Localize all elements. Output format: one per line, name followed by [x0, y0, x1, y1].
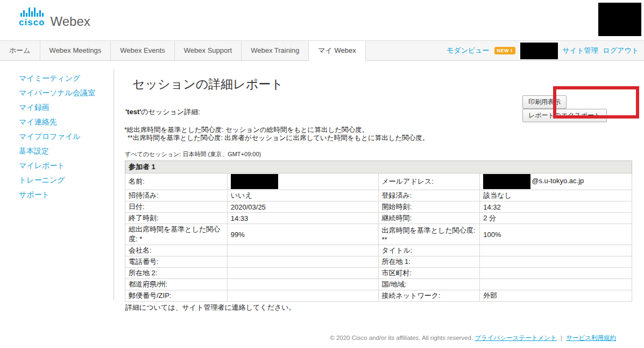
nav-tab-webex-support[interactable]: Webex Support	[175, 41, 242, 60]
sidebar-divider	[114, 69, 114, 300]
label-cell: 登録済み:	[378, 190, 480, 201]
redacted-username	[520, 43, 558, 59]
nav-right: モダンビュー NEW ! サイト管理 ログアウト	[447, 41, 639, 60]
webex-page: cisco Webex ホームWebex MeetingsWebex Event…	[0, 0, 644, 348]
contact-admin-note: 詳細については、サイト管理者に連絡してください。	[125, 303, 296, 312]
redacted-user-area	[598, 3, 641, 36]
page-header: cisco Webex	[0, 0, 644, 40]
cisco-logo: cisco	[19, 7, 45, 27]
label-cell: 出席時間を基準とした関心度: **	[378, 224, 480, 245]
logout-link[interactable]: ログアウト	[603, 46, 639, 55]
value-cell	[227, 290, 378, 302]
sidebar-item[interactable]: マイプロファイル	[19, 129, 95, 144]
participant-table: 参加者 1 名前:メールアドレス:@s.u-tokyo.ac.jp招待済み:いい…	[125, 161, 632, 302]
export-report-button[interactable]: レポートのエクスポート	[522, 109, 607, 122]
label-cell: メールアドレス:	[378, 173, 480, 190]
primary-nav: ホームWebex MeetingsWebex EventsWebex Suppo…	[0, 40, 644, 61]
sidebar-item[interactable]: マイ連絡先	[19, 115, 95, 129]
cisco-logo-text: cisco	[19, 18, 45, 27]
terms-of-service-link[interactable]: サービス利用規約	[566, 335, 616, 341]
sidebar-item[interactable]: トレーニング	[19, 173, 95, 187]
value-cell	[480, 279, 632, 290]
table-header-row: 参加者 1	[125, 161, 632, 173]
participant-header: 参加者 1	[125, 161, 632, 173]
value-cell: 2020/03/25	[227, 201, 378, 213]
sidebar-item[interactable]: サポート	[19, 187, 95, 202]
label-cell: 国/地域:	[378, 279, 480, 290]
page-title: セッションの詳細レポート	[132, 76, 284, 93]
value-cell: 14:33	[227, 213, 378, 224]
sidebar-item[interactable]: 基本設定	[19, 144, 95, 158]
table-row: 会社名:タイトル:	[125, 245, 632, 256]
label-cell: 所在地 2:	[125, 268, 228, 279]
label-cell: 電話番号:	[125, 256, 228, 268]
table-row: 電話番号:所在地 1:	[125, 256, 632, 268]
nav-tab-ホーム[interactable]: ホーム	[0, 41, 40, 60]
label-cell: 都道府県/州:	[125, 279, 228, 290]
redacted-box	[231, 174, 278, 189]
value-cell	[480, 256, 632, 268]
label-cell: 会社名:	[125, 245, 228, 256]
value-cell	[227, 173, 378, 190]
cisco-webex-logo: cisco Webex	[19, 7, 90, 27]
privacy-statement-link[interactable]: プライバシーステートメント	[475, 335, 556, 341]
timezone-note: すべてのセッション: 日本時間 (東京、GMT+09:00)	[125, 150, 261, 158]
label-cell: 終了時刻:	[125, 213, 228, 224]
sidebar: マイミーティングマイパーソナル会議室マイ録画マイ連絡先マイプロファイル基本設定マ…	[19, 71, 95, 202]
label-cell: 開始時刻:	[378, 201, 480, 213]
value-cell: いいえ	[227, 190, 378, 201]
site-admin-link[interactable]: サイト管理	[563, 46, 598, 55]
value-cell: 100%	[480, 224, 632, 245]
nav-tab-webex-meetings[interactable]: Webex Meetings	[40, 41, 111, 60]
sidebar-item[interactable]: マイパーソナル会議室	[19, 86, 95, 100]
copyright-text: © 2020 Cisco and/or its affiliates. All …	[330, 335, 473, 341]
attention-note-2: **出席時間を基準とした関心度: 出席者がセッションに出席していた時間をもとに算…	[128, 134, 429, 143]
nav-tab-マイ-webex[interactable]: マイ Webex	[309, 41, 365, 61]
nav-tab-webex-events[interactable]: Webex Events	[111, 41, 175, 60]
label-cell: 日付:	[125, 201, 228, 213]
session-detail-line: 'test'のセッション詳細:	[125, 107, 200, 117]
label-cell: 招待済み:	[125, 190, 228, 201]
value-cell: 99%	[227, 224, 378, 245]
session-suffix: のセッション詳細:	[141, 108, 200, 116]
label-cell: 接続ネットワーク:	[378, 290, 480, 302]
sidebar-item[interactable]: マイ録画	[19, 100, 95, 115]
table-row: 所在地 2:市区町村:	[125, 268, 632, 279]
cisco-logo-bars-icon	[20, 7, 44, 17]
value-cell	[227, 245, 378, 256]
report-actions: 印刷用表示 レポートのエクスポート	[516, 95, 644, 122]
nav-tab-webex-training[interactable]: Webex Training	[242, 41, 309, 60]
participant-table-body: 名前:メールアドレス:@s.u-tokyo.ac.jp招待済み:いいえ登録済み:…	[125, 173, 632, 302]
label-cell: 継続時間:	[378, 213, 480, 224]
webex-logo-text: Webex	[50, 15, 90, 28]
table-row: 日付:2020/03/25開始時刻:14:32	[125, 201, 632, 213]
sidebar-item[interactable]: マイミーティング	[19, 71, 95, 86]
table-row: 都道府県/州:国/地域:	[125, 279, 632, 290]
value-cell: 該当なし	[480, 190, 632, 201]
redacted-box	[483, 174, 530, 189]
sidebar-item[interactable]: マイレポート	[19, 158, 95, 173]
value-cell	[480, 268, 632, 279]
value-cell	[480, 245, 632, 256]
label-cell: 郵便番号/ZIP:	[125, 290, 228, 302]
label-cell: 市区町村:	[378, 268, 480, 279]
value-cell	[227, 268, 378, 279]
table-row: 名前:メールアドレス:@s.u-tokyo.ac.jp	[125, 173, 632, 190]
label-cell: 所在地 1:	[378, 256, 480, 268]
value-cell: 外部	[480, 290, 632, 302]
page-footer: © 2020 Cisco and/or its affiliates. All …	[0, 334, 644, 342]
label-cell: 名前:	[125, 173, 228, 190]
print-view-button[interactable]: 印刷用表示	[522, 95, 567, 109]
table-row: 終了時刻:14:33継続時間:2 分	[125, 213, 632, 224]
label-cell: 総出席時間を基準とした関心度: *	[125, 224, 228, 245]
value-cell: 2 分	[480, 213, 632, 224]
modern-view-link[interactable]: モダンビュー	[447, 46, 490, 55]
value-cell: 14:32	[480, 201, 632, 213]
session-name: 'test'	[125, 108, 141, 116]
value-cell	[227, 279, 378, 290]
table-row: 郵便番号/ZIP:接続ネットワーク:外部	[125, 290, 632, 302]
value-cell	[227, 256, 378, 268]
value-cell: @s.u-tokyo.ac.jp	[480, 173, 632, 190]
footer-separator: |	[561, 335, 562, 341]
table-row: 総出席時間を基準とした関心度: *99%出席時間を基準とした関心度: **100…	[125, 224, 632, 245]
